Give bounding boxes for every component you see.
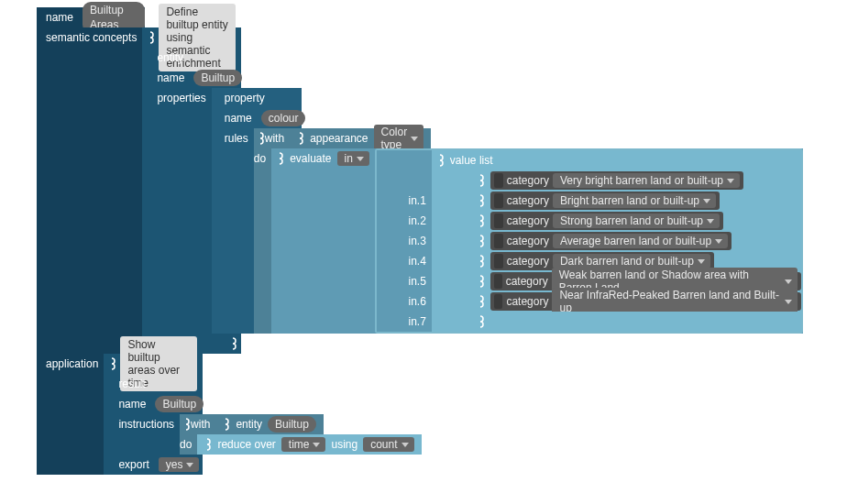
instructions-label: instructions <box>113 415 180 433</box>
instr-withdo-block[interactable]: with entity Builtup <box>180 414 233 455</box>
chevron-down-icon <box>357 157 364 161</box>
chevron-down-icon <box>727 179 734 183</box>
evaluate-dropdown[interactable]: in <box>337 151 369 166</box>
evaluate-block[interactable]: evaluate in <box>271 148 802 334</box>
with-label: with <box>265 132 284 145</box>
list-item: in.7 <box>377 312 801 332</box>
prop-name-label: name <box>219 109 258 127</box>
entity-name-value[interactable]: Builtup <box>193 70 242 86</box>
instr-do: do <box>180 438 192 451</box>
reduce-block[interactable]: reduce over time using count <box>197 434 421 455</box>
puzzle-notch-icon <box>478 251 485 271</box>
category-dropdown[interactable]: Bright barren land or built-up <box>553 193 716 208</box>
instructions-row: instructions with <box>104 414 203 455</box>
instr-entity-value[interactable]: Builtup <box>268 416 316 433</box>
list-item: in.2 categoryStrong barren land or built… <box>377 211 801 231</box>
category-block[interactable]: categoryNear InfraRed-Peaked Barren land… <box>490 292 801 311</box>
export-dropdown[interactable]: yes <box>159 457 200 472</box>
appearance-label: appearance <box>310 132 368 145</box>
application-row: application Show builtup areas over time… <box>37 354 145 475</box>
instr-with: with <box>191 418 210 431</box>
puzzle-notch-icon <box>258 128 265 148</box>
puzzle-notch-icon <box>478 231 485 251</box>
puzzle-notch-icon <box>478 312 485 332</box>
slot-icon <box>494 214 503 228</box>
property-block[interactable]: property name colour rules <box>212 88 302 334</box>
puzzle-notch-icon <box>230 334 237 354</box>
result-block[interactable]: Show builtup areas over time result name… <box>104 354 203 475</box>
reduce-label: reduce over <box>217 438 275 451</box>
result-name-label: name <box>113 395 151 413</box>
rules-label: rules <box>219 129 254 148</box>
in-label: in.1 <box>405 194 426 207</box>
in-label: in.7 <box>405 315 426 328</box>
slot-icon <box>494 234 503 248</box>
in-label: in.6 <box>405 295 426 308</box>
instr-entity-block[interactable]: entity Builtup <box>215 414 323 434</box>
category-label: category <box>507 255 549 268</box>
prop-name-value[interactable]: colour <box>261 110 306 126</box>
chevron-down-icon <box>715 239 722 244</box>
puzzle-notch-icon <box>204 434 212 455</box>
name-label: name <box>40 8 79 27</box>
semantic-label: semantic concepts <box>40 28 142 47</box>
category-label: category <box>506 275 548 288</box>
category-dropdown[interactable]: Strong barren land or built-up <box>553 214 720 228</box>
properties-label: properties <box>151 89 211 107</box>
reduce-dropdown[interactable]: time <box>281 437 326 452</box>
category-block[interactable]: categoryAverage barren land or built-up <box>490 232 732 250</box>
result-name-value[interactable]: Builtup <box>155 396 204 412</box>
list-item: in.6 categoryNear InfraRed-Peaked Barren… <box>377 291 801 312</box>
category-label: category <box>507 174 549 187</box>
chevron-down-icon <box>703 199 710 203</box>
appearance-value: Color type <box>381 126 408 151</box>
list-item: category Very bright barren land or buil… <box>377 170 801 191</box>
evaluate-label: evaluate <box>290 152 331 165</box>
chevron-down-icon <box>402 443 409 447</box>
chevron-down-icon <box>698 259 705 264</box>
puzzle-notch-icon <box>478 170 485 191</box>
appearance-block[interactable]: appearance Color type <box>290 128 431 148</box>
category-block[interactable]: categoryStrong barren land or built-up <box>490 212 723 230</box>
withdo-block[interactable]: with appearance Color type <box>254 128 307 334</box>
puzzle-notch-icon <box>183 414 191 434</box>
chevron-down-icon <box>785 300 792 304</box>
category-dropdown[interactable]: Average barren land or built-up <box>553 234 728 248</box>
entity-block[interactable]: Define builtup entity using semantic enr… <box>142 27 241 354</box>
valuelist-block[interactable]: value list <box>375 148 803 334</box>
category-label: category <box>506 295 548 308</box>
chevron-down-icon <box>707 219 714 224</box>
category-label: category <box>507 235 549 247</box>
root-block[interactable]: name Builtup Areas semantic concepts Def… <box>37 7 145 475</box>
block-editor: name Builtup Areas semantic concepts Def… <box>37 7 858 475</box>
using-dropdown[interactable]: count <box>363 437 413 452</box>
puzzle-notch-icon <box>277 148 284 169</box>
chevron-down-icon <box>411 137 418 141</box>
category-block[interactable]: categoryBright barren land or built-up <box>490 192 720 210</box>
puzzle-notch-icon <box>478 291 485 312</box>
slot-icon <box>494 193 503 208</box>
category-block[interactable]: category Very bright barren land or buil… <box>490 171 743 190</box>
list-item: in.1 categoryBright barren land or built… <box>377 191 801 211</box>
puzzle-notch-icon <box>478 191 485 211</box>
chevron-down-icon <box>313 443 320 447</box>
category-dropdown[interactable]: Dark barren land or built-up <box>553 254 710 268</box>
puzzle-notch-icon <box>223 414 230 434</box>
in-label: in.3 <box>405 235 426 247</box>
semantic-row: semantic concepts Define builtup entity … <box>37 27 145 354</box>
in-label: in.4 <box>405 255 426 268</box>
application-label: application <box>40 355 104 373</box>
entity-name-label: name <box>151 69 190 87</box>
category-dropdown[interactable]: Very bright barren land or built-up <box>553 173 740 188</box>
list-item: in.3 categoryAverage barren land or buil… <box>377 231 801 251</box>
puzzle-notch-icon <box>297 128 304 148</box>
instr-entity-label: entity <box>236 418 262 431</box>
properties-row: properties property name colour <box>142 88 241 334</box>
do-row: do <box>254 148 307 334</box>
valuelist-label: value list <box>450 154 493 167</box>
puzzle-notch-icon <box>109 354 116 374</box>
in-label: in.2 <box>405 214 426 227</box>
slot-icon <box>494 173 503 188</box>
puzzle-notch-icon <box>437 150 445 170</box>
do-label: do <box>254 152 266 165</box>
